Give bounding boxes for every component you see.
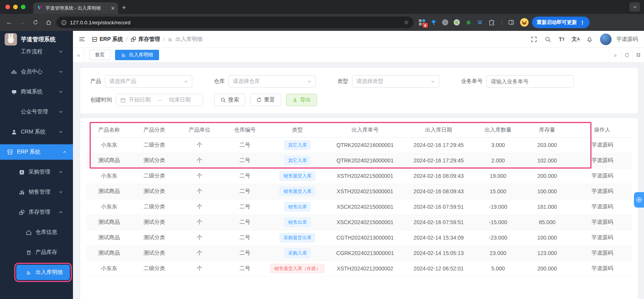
collapse-sidebar-icon[interactable] — [76, 34, 88, 45]
tabs-refresh-icon[interactable] — [621, 48, 632, 62]
maximize-window-button[interactable] — [21, 5, 25, 9]
cell-type: 销售退货入库（作废） — [268, 261, 327, 276]
extensions-cluster: 6 — [416, 19, 498, 26]
breadcrumb-item[interactable]: ERP 系统 — [92, 36, 123, 43]
column-header: 库存量 — [522, 123, 573, 137]
extension-grid-icon[interactable]: 6 — [418, 19, 426, 26]
app-header: ERP 系统/库存管理/出入库明细 TT 文A 芋道源码 — [73, 31, 644, 48]
table-row: 测试商品测试分类个二号采购退货出库CGTH202402130000012024-… — [86, 230, 632, 245]
cell-warehouse: 二号 — [222, 168, 268, 184]
forward-button[interactable]: → — [17, 17, 28, 28]
cell-quantity: 5.000 — [475, 261, 521, 276]
notification-bell-icon[interactable] — [584, 34, 595, 45]
sidebar-item[interactable]: 出入库明细 — [16, 265, 70, 280]
fullscreen-icon[interactable] — [528, 34, 540, 45]
tabs-scroll-right-icon[interactable]: » — [609, 48, 621, 62]
new-tab-button[interactable]: + — [122, 4, 126, 12]
tabs-layout-icon[interactable] — [632, 48, 644, 62]
sidebar-item[interactable]: ERP 系统 — [0, 144, 73, 160]
reset-button[interactable]: 重置 — [250, 94, 281, 106]
cell-product: 测试商品 — [86, 184, 132, 199]
breadcrumb-item[interactable]: 库存管理 — [130, 36, 160, 43]
export-button[interactable]: 导出 — [286, 94, 317, 106]
browser-navbar: ← → 127.0.0.1/erp/stock/record ☆ 6 — [0, 14, 644, 31]
locale-icon[interactable]: 文A — [570, 34, 581, 45]
warehouse-select[interactable]: 请选择仓库 — [229, 75, 316, 88]
cell-type: 其它入库 — [268, 153, 327, 168]
page-tab[interactable]: 出入库明细 — [115, 50, 159, 60]
close-window-button[interactable] — [5, 5, 10, 9]
app-logo[interactable]: 芋道管理系统 — [0, 31, 73, 48]
minimize-window-button[interactable] — [13, 5, 18, 9]
chevron-down-icon — [59, 170, 63, 174]
back-button[interactable]: ← — [4, 17, 15, 28]
cell-product: 测试商品 — [86, 245, 132, 261]
extension-gray-circle-icon[interactable] — [441, 19, 449, 26]
cell-warehouse: 二号 — [222, 153, 268, 168]
cell-type: 销售退货入库 — [268, 184, 327, 199]
search-icon[interactable] — [542, 34, 554, 45]
browser-menu-icon[interactable]: ⋮ — [580, 20, 585, 25]
cell-category: 测试分类 — [132, 215, 177, 230]
cell-type: 销售退货入库 — [268, 168, 327, 184]
cell-operator: 芋道源码 — [573, 261, 632, 276]
sidebar-item[interactable]: 工作流程 — [4, 48, 69, 59]
sidebar-item[interactable]: 仓库信息 — [4, 225, 69, 240]
extension-chevrons-icon[interactable] — [476, 19, 484, 26]
bizno-input[interactable] — [486, 75, 574, 88]
type-select[interactable]: 请选择类型 — [352, 75, 439, 88]
type-tag: 销售退货入库 — [280, 171, 315, 181]
extension-kite-icon[interactable] — [430, 19, 437, 26]
cell-operator: 芋道源码 — [573, 153, 632, 168]
sidebar-item-label: 商城系统 — [21, 88, 42, 95]
cell-unit: 个 — [177, 215, 222, 230]
browser-tab-title: 芋道管理系统 - 出入库明细 — [46, 5, 108, 12]
cell-stock: 102.000 — [522, 153, 573, 168]
sidebar-item-label: CRM 系统 — [21, 128, 46, 135]
cell-unit: 个 — [177, 137, 222, 153]
bookmark-star-icon[interactable]: ☆ — [404, 19, 409, 26]
user-avatar[interactable] — [600, 34, 612, 45]
reload-button[interactable] — [30, 17, 41, 28]
extension-star-icon[interactable] — [464, 19, 472, 26]
sidebar-item[interactable]: 采购管理 — [4, 164, 69, 180]
product-select[interactable]: 请选择产品 — [105, 75, 192, 88]
cell-category: 测试分类 — [132, 230, 177, 245]
chevron-up-icon — [59, 210, 63, 215]
search-button[interactable]: 搜索 — [214, 94, 245, 106]
cell-date: 2024-02-16 17:29:45 — [403, 153, 475, 168]
cell-stock: 100.000 — [522, 184, 573, 199]
font-size-icon[interactable]: TT — [556, 34, 568, 45]
cell-quantity: -19.000 — [475, 199, 521, 215]
sidebar-item[interactable]: 会员中心 — [4, 64, 69, 79]
sidebar-item[interactable]: 产品库存 — [4, 245, 69, 260]
erp-icon — [92, 36, 98, 42]
sidebar-item[interactable]: CRM 系统 — [4, 124, 69, 140]
site-info-icon[interactable] — [61, 20, 67, 25]
cell-stock: 85.000 — [522, 215, 573, 230]
sidebar-item[interactable]: 商城系统 — [4, 84, 69, 100]
tabs-scroll-left-icon[interactable]: « — [73, 48, 85, 62]
sidebar-item[interactable]: 库存管理 — [4, 204, 69, 220]
theme-settings-button[interactable] — [634, 192, 644, 208]
sidebar-item[interactable]: 销售管理 — [4, 184, 69, 200]
cell-quantity: 3.000 — [475, 137, 521, 153]
chevron-down-icon — [59, 90, 63, 94]
sidebar-item[interactable]: 公众号管理 — [4, 104, 69, 120]
chevron-down-icon — [59, 130, 63, 134]
bizno-filter-label: 业务单号 — [461, 78, 483, 85]
emoji-extension-icon[interactable] — [519, 17, 530, 28]
url-bar[interactable]: 127.0.0.1/erp/stock/record ☆ — [56, 17, 414, 28]
side-panel-icon[interactable] — [506, 17, 517, 28]
tab-close-icon[interactable]: ✕ — [111, 5, 115, 11]
browser-tab[interactable]: 芋道管理系统 - 出入库明细 ✕ — [33, 2, 118, 14]
page-tab[interactable]: 首页 — [89, 50, 110, 60]
sales-icon — [19, 189, 25, 195]
home-button[interactable] — [43, 17, 54, 28]
cell-quantity: 15.000 — [475, 184, 521, 199]
browser-update-button[interactable]: 重新启动即可更新 ⋮ — [532, 17, 590, 28]
extension-green-dot-icon[interactable] — [453, 19, 461, 26]
tab-search-button[interactable] — [629, 2, 640, 12]
extensions-puzzle-icon[interactable] — [488, 19, 495, 26]
date-range-picker[interactable]: 开始日期 – 结束日期 — [116, 94, 203, 106]
